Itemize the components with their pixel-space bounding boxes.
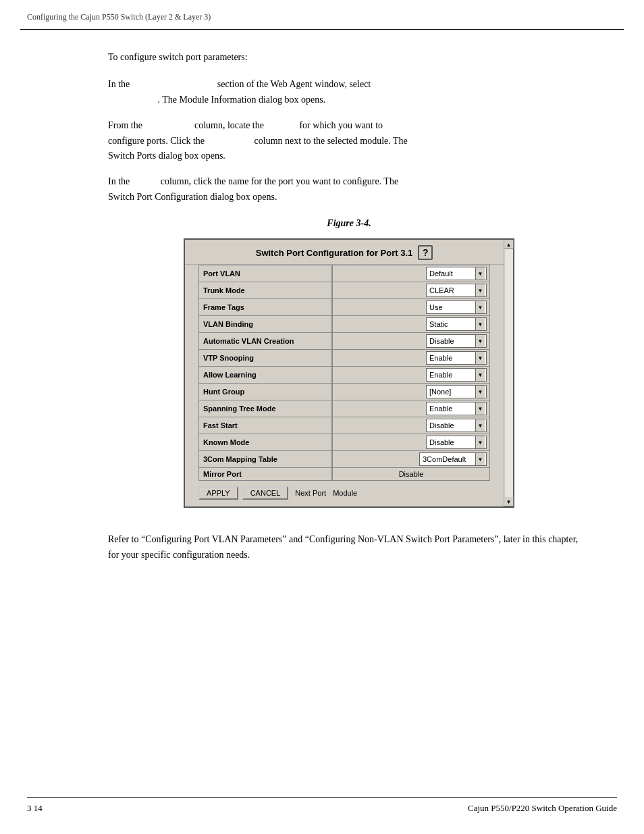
module-button[interactable]: Module [333,489,357,497]
dropdown-arrow-8: ▼ [475,386,485,398]
page-footer: 3 14 Cajun P550/P220 Switch Operation Gu… [0,797,644,814]
apply-button[interactable]: APPLY [198,486,238,500]
dropdown-known-mode[interactable]: Disable ▼ [426,436,487,449]
label-allow-learning: Allow Learning [198,367,332,384]
dropdown-arrow-3: ▼ [475,301,485,313]
value-auto-vlan: Disable ▼ [332,333,490,350]
row-hunt-group: Hunt Group [None] ▼ [198,384,490,400]
value-spanning-tree: Enable ▼ [332,400,490,417]
figure-label: Figure 3-4. [108,218,590,229]
label-hunt-group: Hunt Group [198,384,332,400]
value-mirror-port: Disable [332,468,490,481]
dropdown-3com-mapping[interactable]: 3ComDefault ▼ [419,452,487,466]
dropdown-trunk-mode[interactable]: CLEAR ▼ [426,284,487,297]
dropdown-auto-vlan[interactable]: Disable ▼ [426,334,487,348]
dropdown-vtp-snooping[interactable]: Enable ▼ [426,351,487,365]
label-mirror-port: Mirror Port [198,468,332,481]
label-vlan-binding: VLAN Binding [198,316,332,333]
row-3com-mapping: 3Com Mapping Table 3ComDefault ▼ [198,451,490,468]
scroll-up-button[interactable]: ▲ [504,240,514,249]
config-rows-container: Port VLAN Default ▼ Trunk Mode [198,265,490,481]
dropdown-arrow-6: ▼ [475,352,485,364]
label-3com-mapping: 3Com Mapping Table [198,451,332,468]
label-fast-start: Fast Start [198,417,332,434]
value-trunk-mode: CLEAR ▼ [332,282,490,299]
intro-paragraph: To configure switch port parameters: [108,50,590,65]
next-port-button[interactable]: Next Port [295,489,326,497]
dropdown-arrow-11: ▼ [475,436,485,448]
dropdown-arrow: ▼ [475,267,485,280]
dialog-title: Switch Port Configuration for Port 3.1 [256,248,413,258]
dropdown-spanning-tree[interactable]: Enable ▼ [426,402,487,415]
footer-left: 3 14 [27,803,43,814]
dropdown-hunt-group[interactable]: [None] ▼ [426,385,487,398]
value-3com-mapping: 3ComDefault ▼ [332,451,490,468]
dropdown-fast-start[interactable]: Disable ▼ [426,419,487,432]
dropdown-vlan-binding[interactable]: Static ▼ [426,317,487,331]
row-spanning-tree: Spanning Tree Mode Enable ▼ [198,400,490,417]
value-port-vlan: Default ▼ [332,265,490,282]
footer-content: 3 14 Cajun P550/P220 Switch Operation Gu… [27,803,617,814]
dropdown-arrow-4: ▼ [475,318,485,330]
label-trunk-mode: Trunk Mode [198,282,332,299]
row-trunk-mode: Trunk Mode CLEAR ▼ [198,282,490,299]
dropdown-arrow-12: ▼ [475,453,485,465]
dialog-inner: Switch Port Configuration for Port 3.1 ?… [185,240,504,506]
value-vlan-binding: Static ▼ [332,316,490,333]
label-auto-vlan: Automatic VLAN Creation [198,333,332,350]
row-frame-tags: Frame Tags Use ▼ [198,299,490,316]
dropdown-port-vlan[interactable]: Default ▼ [426,267,487,280]
page-content: To configure switch port parameters: In … [0,30,644,590]
label-spanning-tree: Spanning Tree Mode [198,400,332,417]
refer-paragraph: Refer to “Configuring Port VLAN Paramete… [108,532,590,563]
step1-paragraph: In the section of the Web Agent window, … [108,77,590,107]
value-fast-start: Disable ▼ [332,417,490,434]
page-header: Configuring the Cajun P550 Switch (Layer… [0,0,644,29]
value-frame-tags: Use ▼ [332,299,490,316]
dialog-box: Switch Port Configuration for Port 3.1 ?… [184,238,514,508]
dialog-title-bar: Switch Port Configuration for Port 3.1 ? [185,240,504,265]
row-known-mode: Known Mode Disable ▼ [198,434,490,451]
cancel-button[interactable]: CANCEL [242,486,289,500]
dropdown-arrow-10: ▼ [475,419,485,432]
dialog-buttons: APPLY CANCEL Next Port Module [185,481,504,506]
text-mirror-port: Disable [396,469,427,479]
dropdown-frame-tags[interactable]: Use ▼ [426,301,487,314]
dropdown-arrow-9: ▼ [475,402,485,415]
value-vtp-snooping: Enable ▼ [332,350,490,367]
row-mirror-port: Mirror Port Disable [198,468,490,481]
header-text: Configuring the Cajun P550 Switch (Layer… [27,12,211,22]
row-vlan-binding: VLAN Binding Static ▼ [198,316,490,333]
step3-paragraph: In the column, click the name for the po… [108,174,590,205]
label-vtp-snooping: VTP Snooping [198,350,332,367]
footer-divider [27,797,617,798]
dropdown-arrow-5: ▼ [475,335,485,347]
row-vtp-snooping: VTP Snooping Enable ▼ [198,350,490,367]
step2-paragraph: From the column, locate the for which yo… [108,118,590,163]
scroll-down-button[interactable]: ▼ [504,497,514,506]
dropdown-allow-learning[interactable]: Enable ▼ [426,368,487,382]
dropdown-arrow-2: ▼ [475,284,485,296]
value-allow-learning: Enable ▼ [332,367,490,384]
help-icon[interactable]: ? [418,245,433,260]
dialog-scrollbar: ▲ ▼ [504,240,513,506]
value-hunt-group: [None] ▼ [332,384,490,400]
label-frame-tags: Frame Tags [198,299,332,316]
row-port-vlan: Port VLAN Default ▼ [198,265,490,282]
label-known-mode: Known Mode [198,434,332,451]
value-known-mode: Disable ▼ [332,434,490,451]
row-auto-vlan: Automatic VLAN Creation Disable ▼ [198,333,490,350]
label-port-vlan: Port VLAN [198,265,332,282]
scroll-track [505,249,513,497]
footer-right: Cajun P550/P220 Switch Operation Guide [468,803,617,814]
row-allow-learning: Allow Learning Enable ▼ [198,367,490,384]
dropdown-arrow-7: ▼ [475,369,485,381]
row-fast-start: Fast Start Disable ▼ [198,417,490,434]
